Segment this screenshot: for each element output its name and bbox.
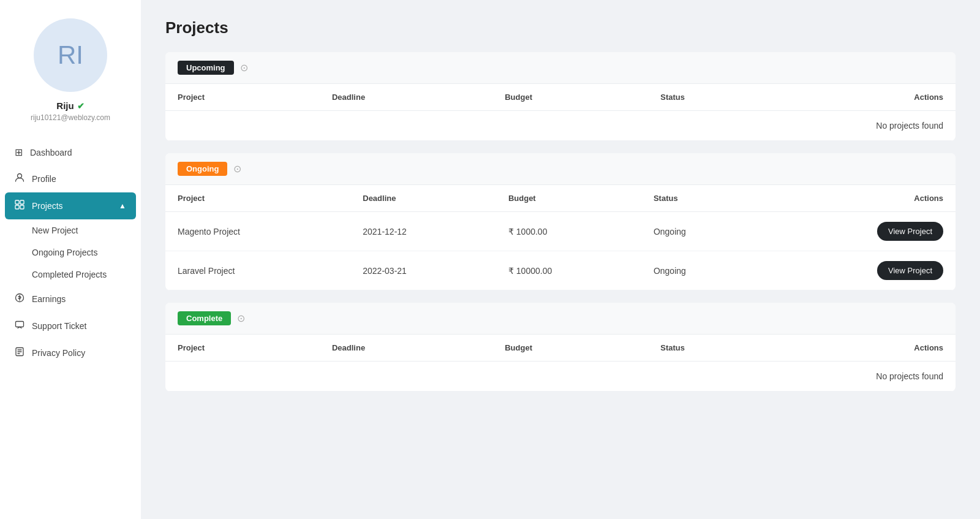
- ongoing-section-header: Ongoing ⊙: [165, 153, 956, 185]
- upcoming-col-budget: Budget: [492, 84, 648, 111]
- ongoing-badge: Ongoing: [178, 162, 227, 176]
- svg-rect-6: [16, 322, 24, 327]
- complete-col-budget: Budget: [492, 335, 648, 362]
- avatar: RI: [34, 18, 107, 92]
- complete-section-header: Complete ⊙: [165, 303, 956, 335]
- profile-icon: [15, 173, 24, 185]
- complete-col-deadline: Deadline: [320, 335, 492, 362]
- complete-col-project: Project: [165, 335, 320, 362]
- page-title: Projects: [165, 18, 956, 37]
- complete-table: Project Deadline Budget Status Actions N…: [165, 335, 956, 392]
- verified-icon: ✔: [77, 101, 85, 111]
- cell-project: Laravel Project: [165, 251, 350, 290]
- upcoming-empty-message: No projects found: [165, 111, 956, 141]
- ongoing-section: Ongoing ⊙ Project Deadline Budget Status…: [165, 153, 956, 290]
- cell-budget: ₹ 1000.00: [496, 212, 641, 251]
- user-email: riju10121@weblozy.com: [31, 113, 110, 122]
- sidebar-item-earnings[interactable]: Earnings: [0, 286, 141, 313]
- sidebar-item-support-ticket[interactable]: Support Ticket: [0, 313, 141, 339]
- upcoming-table: Project Deadline Budget Status Actions N…: [165, 84, 956, 141]
- sidebar-item-privacy-policy[interactable]: Privacy Policy: [0, 339, 141, 366]
- ongoing-col-status: Status: [641, 185, 763, 212]
- ongoing-table-header-row: Project Deadline Budget Status Actions: [165, 185, 956, 212]
- upcoming-col-deadline: Deadline: [320, 84, 492, 111]
- complete-empty-row: No projects found: [165, 362, 956, 392]
- table-row: Magento Project 2021-12-12 ₹ 1000.00 Ong…: [165, 212, 956, 251]
- cell-status: Ongoing: [641, 251, 763, 290]
- sub-nav: New Project Ongoing Projects Completed P…: [0, 219, 141, 286]
- sidebar-item-ongoing-projects[interactable]: Ongoing Projects: [0, 241, 141, 263]
- ongoing-col-deadline: Deadline: [350, 185, 496, 212]
- cell-project: Magento Project: [165, 212, 350, 251]
- ongoing-col-actions: Actions: [763, 185, 956, 212]
- cell-actions: View Project: [763, 212, 956, 251]
- sidebar-item-new-project[interactable]: New Project: [0, 219, 141, 241]
- complete-section: Complete ⊙ Project Deadline Budget Statu…: [165, 303, 956, 392]
- ongoing-table: Project Deadline Budget Status Actions M…: [165, 185, 956, 290]
- svg-rect-2: [20, 200, 24, 204]
- cell-deadline: 2021-12-12: [350, 212, 496, 251]
- cell-deadline: 2022-03-21: [350, 251, 496, 290]
- svg-rect-3: [15, 205, 19, 209]
- sidebar-nav: ⊞ Dashboard Profile Projects: [0, 139, 141, 366]
- table-row: Laravel Project 2022-03-21 ₹ 10000.00 On…: [165, 251, 956, 290]
- support-icon: [15, 320, 24, 332]
- svg-point-0: [18, 174, 22, 178]
- complete-col-status: Status: [648, 335, 794, 362]
- sidebar-item-profile[interactable]: Profile: [0, 165, 141, 192]
- sidebar-item-completed-projects[interactable]: Completed Projects: [0, 263, 141, 286]
- cell-budget: ₹ 10000.00: [496, 251, 641, 290]
- upcoming-empty-row: No projects found: [165, 111, 956, 141]
- upcoming-badge: Upcoming: [178, 61, 234, 75]
- cell-actions: View Project: [763, 251, 956, 290]
- user-name: Riju ✔: [56, 100, 84, 111]
- main-content: Projects Upcoming ⊙ Project Deadline Bud…: [141, 0, 980, 519]
- sidebar-item-projects[interactable]: Projects ▲: [5, 192, 136, 219]
- privacy-icon: [15, 347, 24, 359]
- ongoing-icon: ⊙: [233, 163, 241, 175]
- complete-table-header-row: Project Deadline Budget Status Actions: [165, 335, 956, 362]
- upcoming-section: Upcoming ⊙ Project Deadline Budget Statu…: [165, 52, 956, 141]
- upcoming-table-header-row: Project Deadline Budget Status Actions: [165, 84, 956, 111]
- earnings-icon: [15, 293, 24, 305]
- upcoming-col-project: Project: [165, 84, 320, 111]
- upcoming-section-header: Upcoming ⊙: [165, 52, 956, 84]
- sidebar: RI Riju ✔ riju10121@weblozy.com ⊞ Dashbo…: [0, 0, 141, 519]
- avatar-initials: RI: [58, 40, 83, 70]
- ongoing-col-project: Project: [165, 185, 350, 212]
- complete-empty-message: No projects found: [165, 362, 956, 392]
- upcoming-icon: ⊙: [240, 62, 248, 74]
- ongoing-col-budget: Budget: [496, 185, 641, 212]
- svg-rect-4: [20, 205, 24, 209]
- projects-icon: [15, 200, 24, 212]
- view-project-button[interactable]: View Project: [877, 261, 943, 280]
- upcoming-col-status: Status: [648, 84, 794, 111]
- dashboard-icon: ⊞: [15, 146, 23, 158]
- view-project-button[interactable]: View Project: [877, 222, 943, 241]
- complete-icon: ⊙: [237, 313, 245, 324]
- complete-col-actions: Actions: [794, 335, 956, 362]
- cell-status: Ongoing: [641, 212, 763, 251]
- sidebar-item-dashboard[interactable]: ⊞ Dashboard: [0, 139, 141, 165]
- complete-badge: Complete: [178, 311, 231, 325]
- upcoming-col-actions: Actions: [794, 84, 956, 111]
- chevron-up-icon: ▲: [119, 202, 126, 210]
- svg-rect-1: [15, 200, 19, 204]
